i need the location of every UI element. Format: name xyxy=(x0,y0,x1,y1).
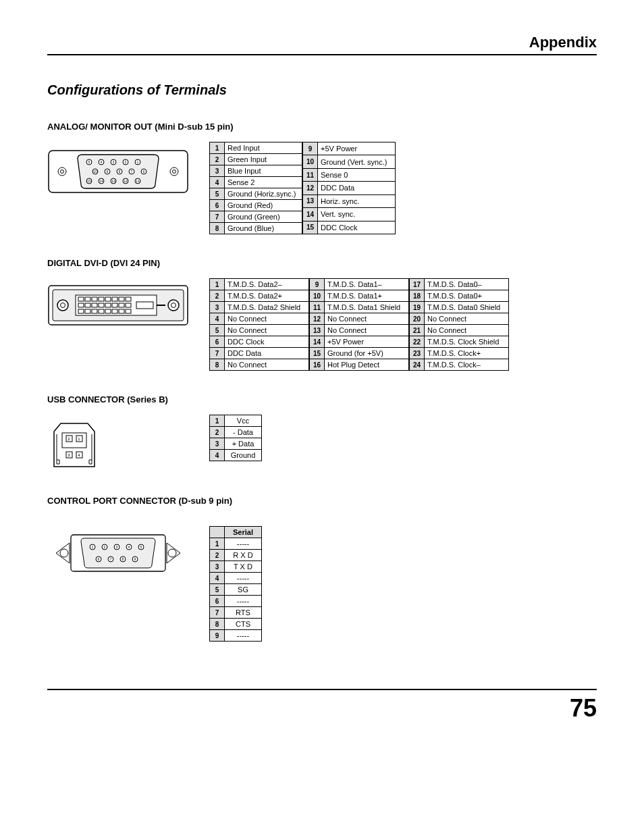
svg-text:3: 3 xyxy=(113,160,115,164)
svg-text:5: 5 xyxy=(88,160,90,164)
analog-pins-col2: 9+5V Power 10Ground (Vert. sync.) 11Sens… xyxy=(302,142,396,234)
svg-rect-64 xyxy=(119,309,124,313)
svg-rect-56 xyxy=(119,303,124,307)
svg-point-37 xyxy=(57,300,68,311)
svg-rect-50 xyxy=(78,303,84,307)
svg-rect-48 xyxy=(119,297,124,301)
svg-rect-63 xyxy=(112,309,117,313)
svg-rect-43 xyxy=(85,297,90,301)
svg-text:4: 4 xyxy=(128,545,130,549)
svg-text:8: 8 xyxy=(119,170,121,174)
svg-text:12: 12 xyxy=(124,179,128,183)
svg-text:2: 2 xyxy=(104,545,106,549)
svg-rect-42 xyxy=(78,297,84,301)
svg-text:5: 5 xyxy=(140,545,142,549)
page-header: Appendix xyxy=(47,34,597,55)
svg-text:1: 1 xyxy=(92,545,94,549)
svg-text:15: 15 xyxy=(87,179,91,183)
main-title: Configurations of Terminals xyxy=(47,82,597,98)
svg-text:10: 10 xyxy=(93,170,97,174)
svg-rect-47 xyxy=(112,297,117,301)
svg-rect-66 xyxy=(136,302,153,309)
svg-rect-61 xyxy=(99,309,104,313)
svg-rect-55 xyxy=(112,303,117,307)
svg-rect-68 xyxy=(62,433,86,448)
usb-pins-table: 1Vcc 2- Data 3+ Data 4Ground xyxy=(209,415,262,461)
analog-pins-col1: 1Red Input 2Green Input 3Blue Input 4Sen… xyxy=(209,142,302,234)
control-pins-table: Serial 1----- 2R X D 3T X D 4----- 5SG 6… xyxy=(209,526,262,642)
svg-text:3: 3 xyxy=(116,545,118,549)
analog-section-title: ANALOG/ MONITOR OUT (Mini D-sub 15 pin) xyxy=(47,122,597,132)
svg-text:9: 9 xyxy=(134,557,136,561)
dvi-pins-col1: 1T.M.D.S. Data2– 2T.M.D.S. Data2+ 3T.M.D… xyxy=(209,278,309,371)
svg-rect-59 xyxy=(85,309,90,313)
svg-rect-52 xyxy=(92,303,97,307)
svg-text:6: 6 xyxy=(143,170,145,174)
dvi-diagram xyxy=(47,278,189,329)
svg-rect-62 xyxy=(105,309,111,313)
svg-text:11: 11 xyxy=(136,179,140,183)
svg-rect-60 xyxy=(92,309,97,313)
svg-text:8: 8 xyxy=(122,557,124,561)
svg-text:14: 14 xyxy=(99,179,103,183)
dvi-pins-col2: 9T.M.D.S. Data1– 10T.M.D.S. Data1+ 11T.M… xyxy=(309,278,409,371)
svg-point-39 xyxy=(168,300,179,311)
svg-rect-54 xyxy=(105,303,111,307)
dvi-pins-col3: 17T.M.D.S. Data0– 18T.M.D.S. Data0+ 19T.… xyxy=(409,278,509,371)
usb-section-title: USB CONNECTOR (Series B) xyxy=(47,394,597,405)
svg-rect-51 xyxy=(85,303,90,307)
svg-text:2: 2 xyxy=(125,160,127,164)
svg-text:7: 7 xyxy=(131,170,133,174)
svg-rect-46 xyxy=(105,297,111,301)
svg-rect-45 xyxy=(99,297,104,301)
usb-b-diagram: 2 1 3 4 xyxy=(47,415,189,472)
dsub9-diagram: 1 2 3 4 5 6 7 8 9 xyxy=(47,526,189,577)
svg-text:9: 9 xyxy=(107,170,109,174)
svg-rect-49 xyxy=(126,297,131,301)
control-section-title: CONTROL PORT CONNECTOR (D-sub 9 pin) xyxy=(47,496,597,506)
svg-rect-58 xyxy=(78,309,84,313)
svg-text:4: 4 xyxy=(101,160,103,164)
page-number: 75 xyxy=(47,689,597,723)
svg-text:13: 13 xyxy=(111,179,115,183)
svg-rect-44 xyxy=(92,297,97,301)
dsub15-diagram: 5 4 3 2 1 10 9 8 7 6 15 14 13 12 11 xyxy=(47,142,189,199)
svg-rect-53 xyxy=(99,303,104,307)
svg-text:6: 6 xyxy=(98,557,100,561)
svg-rect-57 xyxy=(126,303,131,307)
dvi-section-title: DIGITAL DVI-D (DVI 24 PIN) xyxy=(47,258,597,268)
svg-text:7: 7 xyxy=(110,557,112,561)
svg-rect-65 xyxy=(126,309,131,313)
svg-text:1: 1 xyxy=(137,160,139,164)
